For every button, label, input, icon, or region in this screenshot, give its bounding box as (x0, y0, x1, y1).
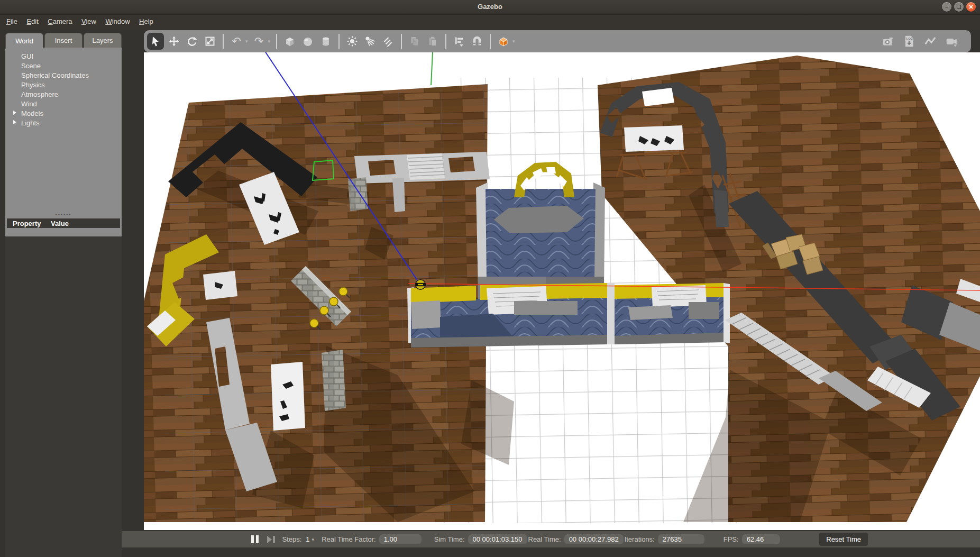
plot-button[interactable] (922, 33, 938, 49)
couch[interactable] (628, 305, 673, 320)
insert-cylinder-button[interactable] (318, 33, 334, 49)
box-icon (284, 35, 296, 47)
cursor-arrow-icon (150, 35, 161, 47)
menu-window[interactable]: Window (105, 17, 130, 25)
align-icon (453, 35, 465, 47)
redo-button[interactable]: ↷ (251, 33, 267, 49)
minimize-button[interactable]: – (942, 2, 951, 12)
spot-light-button[interactable] (362, 33, 378, 49)
tree-item-gui[interactable]: GUI (5, 52, 122, 61)
rotate-tool-button[interactable] (184, 33, 200, 49)
tree-item-lights[interactable]: Lights (5, 118, 122, 128)
world-tree: GUI Scene Spherical Coordinates Physics … (5, 48, 122, 128)
paste-icon (427, 35, 438, 47)
stone-panel[interactable] (322, 350, 346, 411)
expand-arrow-icon[interactable] (13, 120, 16, 124)
fps-value: 62.46 (742, 534, 780, 544)
tree-item-physics[interactable]: Physics (5, 80, 122, 90)
scale-tool-button[interactable] (202, 33, 218, 49)
log-icon: LOG (903, 35, 915, 48)
tab-insert[interactable]: Insert (44, 33, 83, 48)
small-table[interactable] (203, 271, 237, 300)
render-viewport[interactable] (144, 52, 980, 530)
copy-button[interactable] (407, 33, 423, 49)
menu-edit[interactable]: Edit (26, 17, 38, 25)
insert-box-button[interactable] (282, 33, 298, 49)
real-time-label: Real Time: (528, 535, 561, 543)
translate-tool-button[interactable] (166, 33, 182, 49)
snap-button[interactable] (469, 33, 485, 49)
world-panel: GUI Scene Spherical Coordinates Physics … (5, 48, 122, 557)
expand-arrow-icon[interactable] (13, 111, 16, 115)
scene-3d[interactable] (144, 52, 980, 530)
robot[interactable] (415, 279, 426, 290)
undo-button[interactable]: ↶ (228, 33, 244, 49)
tree-item-atmosphere[interactable]: Atmosphere (5, 90, 122, 99)
cafe-table-bottom[interactable] (271, 362, 305, 431)
tree-item-spherical-coordinates[interactable]: Spherical Coordinates (5, 71, 122, 80)
property-table-body[interactable] (5, 236, 122, 557)
log-record-button[interactable]: LOG (901, 33, 917, 49)
undo-history-dropdown[interactable]: ▾ (245, 39, 248, 44)
redo-icon: ↷ (254, 36, 264, 47)
sim-time-value: 00 00:01:03.150 (468, 534, 527, 544)
window-title: Gazebo (0, 3, 980, 11)
couch[interactable] (514, 301, 578, 315)
carpet-rooms[interactable] (407, 283, 730, 348)
gazebo-window: Gazebo – ✕ File Edit Camera View Window … (0, 0, 980, 557)
reset-time-button[interactable]: Reset Time (819, 533, 868, 546)
sphere-icon (302, 35, 314, 47)
value-column-header: Value (51, 220, 69, 227)
property-table-row-empty (5, 228, 122, 236)
iterations-value: 27635 (658, 534, 704, 544)
titlebar[interactable]: Gazebo – ✕ (0, 0, 980, 15)
video-record-button[interactable] (944, 33, 959, 49)
screenshot-button[interactable] (880, 33, 896, 49)
menu-camera[interactable]: Camera (48, 17, 72, 25)
directional-light-button[interactable] (380, 33, 396, 49)
menu-help[interactable]: Help (139, 17, 153, 25)
align-button[interactable] (451, 33, 467, 49)
insert-sphere-button[interactable] (300, 33, 316, 49)
point-light-icon (346, 35, 358, 47)
menu-view[interactable]: View (81, 17, 96, 25)
steps-label: Steps: (282, 535, 302, 543)
video-camera-icon (945, 35, 958, 48)
view-angle-cube-icon (497, 35, 510, 48)
maximize-button[interactable] (954, 2, 964, 12)
directional-light-icon (382, 35, 394, 47)
tree-item-models[interactable]: Models (5, 109, 122, 118)
svg-text:LOG: LOG (906, 37, 913, 40)
pause-button[interactable] (251, 535, 259, 543)
move-arrows-icon (168, 35, 180, 47)
magnet-icon (471, 35, 483, 47)
camera-icon (882, 35, 894, 48)
tree-item-wind[interactable]: Wind (5, 99, 122, 109)
steps-dropdown[interactable]: ▾ (312, 537, 315, 542)
tab-world[interactable]: World (5, 33, 43, 49)
select-tool-button[interactable] (147, 33, 164, 50)
toolbar-separator (490, 34, 491, 49)
sim-time-label: Sim Time: (434, 535, 465, 543)
step-button[interactable] (267, 536, 275, 543)
tree-item-scene[interactable]: Scene (5, 61, 122, 71)
paste-button[interactable] (425, 33, 441, 49)
close-button[interactable]: ✕ (966, 2, 976, 12)
steps-value[interactable]: 1 (306, 535, 309, 543)
property-table-header: Property Value (7, 218, 120, 228)
fps-label: FPS: (723, 535, 739, 543)
view-angle-dropdown[interactable]: ▾ (512, 39, 515, 44)
plot-icon (924, 35, 937, 48)
hexagon-table[interactable] (494, 206, 584, 233)
statusbar: Steps: 1 ▾ Real Time Factor: 1.00 Sim Ti… (122, 531, 980, 547)
point-light-button[interactable] (344, 33, 360, 49)
menu-file[interactable]: File (6, 17, 17, 25)
view-angle-button[interactable] (496, 33, 511, 49)
panel-splitter-handle[interactable]: •••••• (5, 213, 122, 217)
tab-layers[interactable]: Layers (84, 33, 122, 48)
cylinder-icon (320, 35, 332, 47)
toolbar-separator (338, 34, 340, 49)
redo-history-dropdown[interactable]: ▾ (268, 39, 271, 44)
menubar: File Edit Camera View Window Help (0, 15, 980, 30)
garage-table[interactable] (624, 125, 684, 152)
